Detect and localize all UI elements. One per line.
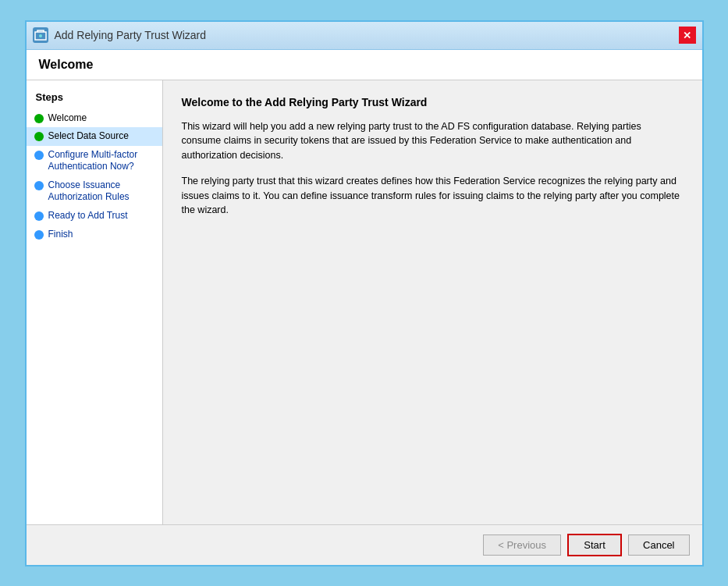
sidebar-item-choose-issuance[interactable]: Choose Issuance Authorization Rules <box>27 176 162 207</box>
sidebar-item-ready-to-add[interactable]: Ready to Add Trust <box>27 207 162 226</box>
sidebar-item-finish[interactable]: Finish <box>27 226 162 244</box>
step-dot-select-data <box>34 132 44 141</box>
step-dot-finish <box>34 230 44 240</box>
content-paragraph-1: This wizard will help you add a new rely… <box>182 119 684 163</box>
sidebar-item-welcome[interactable]: Welcome <box>27 109 162 128</box>
content-paragraph-2: The relying party trust that this wizard… <box>182 174 684 218</box>
svg-point-1 <box>39 34 42 37</box>
step-dot-issuance <box>34 181 44 190</box>
content-area: Welcome to the Add Relying Party Trust W… <box>163 80 702 524</box>
sidebar-title: Steps <box>27 88 162 109</box>
title-bar: Add Relying Party Trust Wizard ✕ <box>27 22 702 50</box>
cancel-button[interactable]: Cancel <box>628 535 689 556</box>
previous-button[interactable]: < Previous <box>483 535 561 556</box>
window-title: Add Relying Party Trust Wizard <box>55 29 207 41</box>
sidebar-item-configure-multifactor[interactable]: Configure Multi-factor Authentication No… <box>27 146 162 176</box>
sidebar-item-label-finish: Finish <box>48 229 73 241</box>
start-button[interactable]: Start <box>567 534 622 556</box>
sidebar-item-label-welcome: Welcome <box>48 112 87 125</box>
sidebar-item-label-select-data: Select Data Source <box>48 130 129 143</box>
title-bar-left: Add Relying Party Trust Wizard <box>33 27 207 43</box>
sidebar-item-select-data-source[interactable]: Select Data Source <box>27 127 162 146</box>
step-dot-welcome <box>34 114 44 123</box>
sidebar-item-label-multifactor: Configure Multi-factor Authentication No… <box>48 149 156 173</box>
sidebar-item-label-issuance: Choose Issuance Authorization Rules <box>48 179 156 204</box>
window-body: Steps Welcome Select Data Source Configu… <box>27 80 702 524</box>
footer: < Previous Start Cancel <box>27 524 702 565</box>
sidebar-item-label-ready: Ready to Add Trust <box>48 210 128 222</box>
window-header: Welcome <box>27 50 702 80</box>
content-title: Welcome to the Add Relying Party Trust W… <box>182 96 684 108</box>
sidebar: Steps Welcome Select Data Source Configu… <box>27 80 163 524</box>
close-button[interactable]: ✕ <box>679 27 696 44</box>
page-title: Welcome <box>39 58 690 72</box>
window-icon <box>33 27 48 43</box>
main-window: Add Relying Party Trust Wizard ✕ Welcome… <box>25 20 704 566</box>
step-dot-ready <box>34 211 44 221</box>
step-dot-multifactor <box>34 151 44 160</box>
